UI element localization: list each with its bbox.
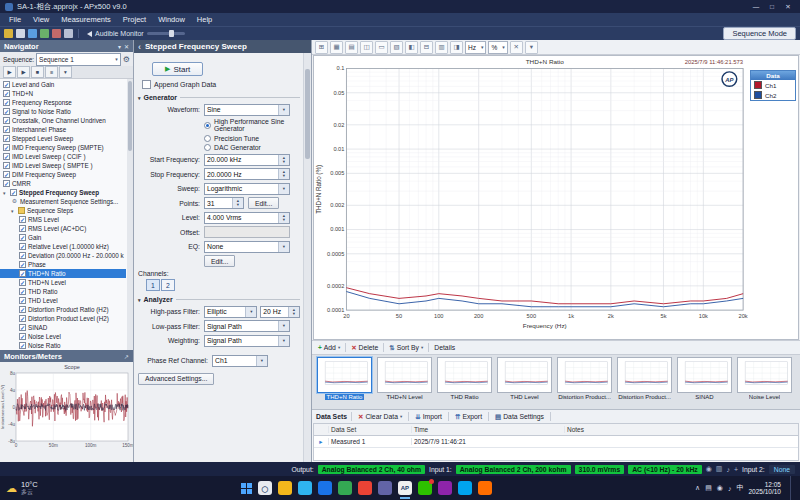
tree-item[interactable]: ✓Noise Level: [0, 332, 126, 341]
tree-item[interactable]: ✓Gain: [0, 233, 126, 242]
navigator-pin-icon[interactable]: ▾: [118, 43, 121, 50]
table-row[interactable]: ▸Measured 12025/7/9 11:46:21: [314, 436, 798, 448]
tree-item[interactable]: ✓Distortion Product Ratio (H2): [0, 305, 126, 314]
checkbox[interactable]: ✓: [10, 189, 17, 196]
high-performance-sine-radio[interactable]: [204, 122, 211, 129]
spinner-down-icon[interactable]: ▾: [283, 218, 285, 222]
tree-item[interactable]: ✓Phase: [0, 260, 126, 269]
taskbar-app-icon-9[interactable]: [438, 481, 452, 495]
graph-tool-icon-4[interactable]: ▭: [375, 41, 388, 54]
checkbox[interactable]: ✓: [19, 243, 26, 250]
tree-item[interactable]: ✓THD+N: [0, 89, 126, 98]
stop-frequency-input[interactable]: 20.0000 Hz ▴▾: [204, 168, 290, 180]
statusbar-icon-1[interactable]: ▥: [716, 465, 723, 473]
checkbox[interactable]: ✓: [19, 324, 26, 331]
menu-window[interactable]: Window: [152, 14, 191, 25]
tree-item[interactable]: ✓Distortion Product Level (H2): [0, 314, 126, 323]
checkbox[interactable]: ✓: [3, 162, 10, 169]
volume-slider[interactable]: [147, 32, 185, 35]
tree-item[interactable]: ✓Crosstalk, One Channel Undriven: [0, 116, 126, 125]
checkbox[interactable]: ✓: [3, 117, 10, 124]
checkbox[interactable]: ✓: [3, 171, 10, 178]
graph-thumbnail[interactable]: Distortion Product...: [616, 357, 673, 407]
graph-tool-icon-7[interactable]: ⊟: [420, 41, 433, 54]
tree-item[interactable]: ✓RMS Level: [0, 215, 126, 224]
graph-tool-end-icon-0[interactable]: ✕: [510, 41, 523, 54]
menu-help[interactable]: Help: [191, 14, 218, 25]
sequence-select[interactable]: Sequence 1 ▾: [36, 53, 121, 66]
analyzer-section-header[interactable]: ▾ Analyzer: [138, 296, 300, 303]
tree-item[interactable]: ▾Sequence Steps: [0, 206, 126, 215]
sequence-mode-button[interactable]: Sequence Mode: [723, 27, 796, 40]
dac-generator-radio[interactable]: [204, 144, 211, 151]
taskbar-app-icon-1[interactable]: [278, 481, 292, 495]
graph-tool-icon-3[interactable]: ◫: [360, 41, 373, 54]
checkbox[interactable]: ✓: [3, 81, 10, 88]
checkbox[interactable]: ✓: [3, 153, 10, 160]
checkbox[interactable]: ✓: [19, 288, 26, 295]
checkbox[interactable]: ✓: [19, 252, 26, 259]
tree-item[interactable]: ✓Level and Gain: [0, 80, 126, 89]
graph-thumbnail[interactable]: THD Ratio: [436, 357, 493, 407]
graph-thumbnail[interactable]: Distortion Product...: [556, 357, 613, 407]
taskbar-app-icon-0[interactable]: ◯: [258, 481, 272, 495]
statusbar-icon-3[interactable]: +: [734, 466, 738, 473]
graph-thumbnail[interactable]: THD Level: [496, 357, 553, 407]
y-unit-select[interactable]: % ▾: [488, 41, 507, 54]
statusbar-icon-2[interactable]: ♪: [726, 466, 730, 473]
weather-widget[interactable]: ☁ 10°C 多云: [6, 481, 38, 496]
minimize-button[interactable]: —: [749, 3, 763, 11]
tree-item[interactable]: ✓THD Ratio: [0, 287, 126, 296]
transport-button-1[interactable]: ▶: [17, 66, 30, 78]
tree-item[interactable]: ✓Relative Level (1.00000 kHz): [0, 242, 126, 251]
tree-item[interactable]: ⚙Measurement Sequence Settings...: [0, 197, 126, 206]
transport-button-2[interactable]: ■: [31, 66, 44, 78]
show-desktop-button[interactable]: [790, 476, 794, 500]
tree-item[interactable]: ✓SINAD: [0, 323, 126, 332]
collapse-icon[interactable]: ▾: [138, 95, 141, 101]
tree-item[interactable]: ✓Signal to Noise Ratio: [0, 107, 126, 116]
tree-item[interactable]: ▾✓Stepped Frequency Sweep: [0, 188, 126, 197]
taskbar-app-icon-5[interactable]: [358, 481, 372, 495]
tree-item[interactable]: ✓CMRR: [0, 179, 126, 188]
toolbar-icon-3[interactable]: [40, 29, 49, 38]
low-pass-filter-select[interactable]: Signal Path ▾: [204, 320, 290, 332]
checkbox[interactable]: ✓: [3, 135, 10, 142]
channel-1-button[interactable]: 1: [146, 279, 160, 291]
graph-plot[interactable]: 20501002005001k2k5k10k20k0.10.050.020.01…: [314, 56, 750, 339]
checkbox[interactable]: ✓: [19, 306, 26, 313]
clear-data-button[interactable]: ✕Clear Data▾: [356, 413, 404, 421]
details-button[interactable]: Details: [432, 344, 457, 351]
delete-button[interactable]: ✕Delete: [349, 344, 380, 352]
sort-by-button[interactable]: ⇅Sort By▾: [387, 344, 425, 352]
language-indicator[interactable]: 中: [736, 483, 743, 493]
graph-thumbnail[interactable]: THD+N Ratio: [316, 357, 373, 407]
expander-icon[interactable]: ▾: [3, 190, 8, 196]
checkbox[interactable]: ✓: [19, 225, 26, 232]
add-button[interactable]: +Add▾: [316, 344, 342, 351]
checkbox[interactable]: ✓: [19, 279, 26, 286]
graph-tool-icon-1[interactable]: ▦: [330, 41, 343, 54]
weighting-select[interactable]: Signal Path ▾: [204, 335, 290, 347]
statusbar-icon-0[interactable]: ◉: [706, 465, 712, 473]
tray-icon-2[interactable]: ◉: [717, 484, 723, 492]
tree-item[interactable]: ✓RMS Level (AC+DC): [0, 224, 126, 233]
measurement-scrollbar[interactable]: [303, 53, 311, 462]
toolbar-icon-2[interactable]: [28, 29, 37, 38]
export-button[interactable]: ⇈Export: [453, 413, 484, 421]
checkbox[interactable]: ✓: [19, 342, 26, 349]
phase-ref-channel-select[interactable]: Ch1 ▾: [212, 355, 268, 367]
graph-thumbnail[interactable]: Noise Level: [736, 357, 793, 407]
tree-item[interactable]: ✓IMD Level Sweep ( SMPTE ): [0, 161, 126, 170]
tree-item[interactable]: ✓IMD Level Sweep ( CCIF ): [0, 152, 126, 161]
graph-tool-icon-8[interactable]: ▥: [435, 41, 448, 54]
checkbox[interactable]: ✓: [19, 315, 26, 322]
sequence-settings-icon[interactable]: ⚙: [123, 55, 130, 64]
spinner-down-icon[interactable]: ▾: [283, 160, 285, 164]
checkbox[interactable]: ✓: [19, 297, 26, 304]
start-button[interactable]: ▶ Start: [152, 62, 203, 76]
eq-select[interactable]: None ▾: [204, 241, 290, 253]
generator-section-header[interactable]: ▾ Generator: [138, 94, 300, 101]
level-input[interactable]: 4.000 Vrms ▴▾: [204, 212, 290, 224]
tree-item[interactable]: ✓Noise Ratio: [0, 341, 126, 350]
